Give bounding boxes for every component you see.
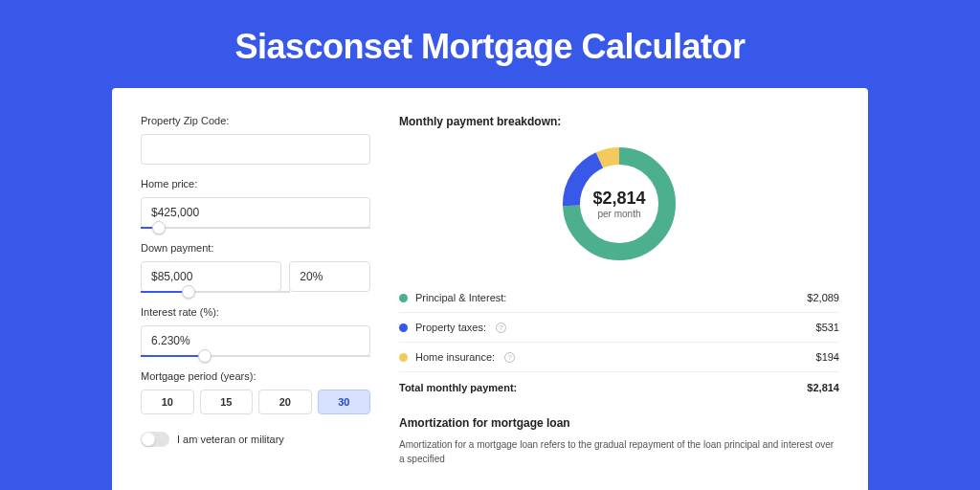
period-button-15[interactable]: 15 [200,390,254,414]
slider-fill [141,355,205,357]
home-price-slider[interactable] [141,227,370,229]
veteran-label: I am veteran or military [177,434,284,445]
breakdown-title: Monthly payment breakdown: [399,115,839,128]
form-column: Property Zip Code: Home price: Down paym… [141,115,370,490]
period-button-10[interactable]: 10 [141,390,194,414]
donut-sub: per month [597,209,640,219]
down-payment-amount-input[interactable] [141,261,281,292]
period-label: Mortgage period (years): [141,370,370,382]
veteran-toggle-row: I am veteran or military [141,432,370,447]
donut-center: $2,814 per month [557,142,681,266]
page-title: Siasconset Mortgage Calculator [0,0,980,88]
down-payment-percent-input[interactable] [289,261,370,292]
legend-value: $531 [816,322,839,333]
breakdown-column: Monthly payment breakdown: $2,814 per mo… [399,115,839,490]
legend: Principal & Interest:$2,089Property taxe… [399,283,839,371]
home-price-label: Home price: [141,178,370,189]
slider-thumb[interactable] [198,349,212,363]
home-price-field-group: Home price: [141,178,370,229]
total-row: Total monthly payment: $2,814 [399,371,839,407]
zip-label: Property Zip Code: [141,115,370,126]
zip-input[interactable] [141,134,370,165]
legend-label: Home insurance: [415,351,495,363]
amortization-title: Amortization for mortgage loan [399,416,839,430]
legend-value: $2,089 [807,292,839,303]
interest-slider[interactable] [141,355,370,357]
slider-thumb[interactable] [152,221,166,234]
amortization-text: Amortization for a mortgage loan refers … [399,437,839,466]
zip-field-group: Property Zip Code: [141,115,370,165]
legend-label: Principal & Interest: [415,292,506,303]
legend-dot [399,294,408,302]
help-icon[interactable]: ? [504,352,515,363]
legend-dot [399,323,408,332]
down-payment-field-group: Down payment: [141,242,370,293]
donut-amount: $2,814 [592,189,645,209]
calculator-card: Property Zip Code: Home price: Down paym… [112,88,868,490]
interest-field-group: Interest rate (%): [141,306,370,357]
interest-input[interactable] [141,325,370,356]
interest-label: Interest rate (%): [141,306,370,318]
period-button-30[interactable]: 30 [318,390,371,414]
legend-row: Home insurance:?$194 [399,342,839,371]
legend-value: $194 [816,351,839,363]
legend-label: Property taxes: [415,322,486,333]
period-button-group: 10152030 [141,390,370,414]
down-payment-slider[interactable] [141,291,290,293]
donut-wrap: $2,814 per month [399,142,839,266]
legend-dot [399,353,408,362]
home-price-input[interactable] [141,197,370,228]
help-icon[interactable]: ? [496,323,506,333]
payment-donut-chart: $2,814 per month [557,142,681,266]
slider-thumb[interactable] [182,285,195,299]
period-button-20[interactable]: 20 [258,390,312,414]
total-label: Total monthly payment: [399,382,517,393]
veteran-toggle[interactable] [141,432,169,447]
legend-row: Principal & Interest:$2,089 [399,283,839,312]
total-value: $2,814 [807,382,839,393]
legend-row: Property taxes:?$531 [399,312,839,342]
period-field-group: Mortgage period (years): 10152030 [141,370,370,414]
down-payment-label: Down payment: [141,242,370,254]
